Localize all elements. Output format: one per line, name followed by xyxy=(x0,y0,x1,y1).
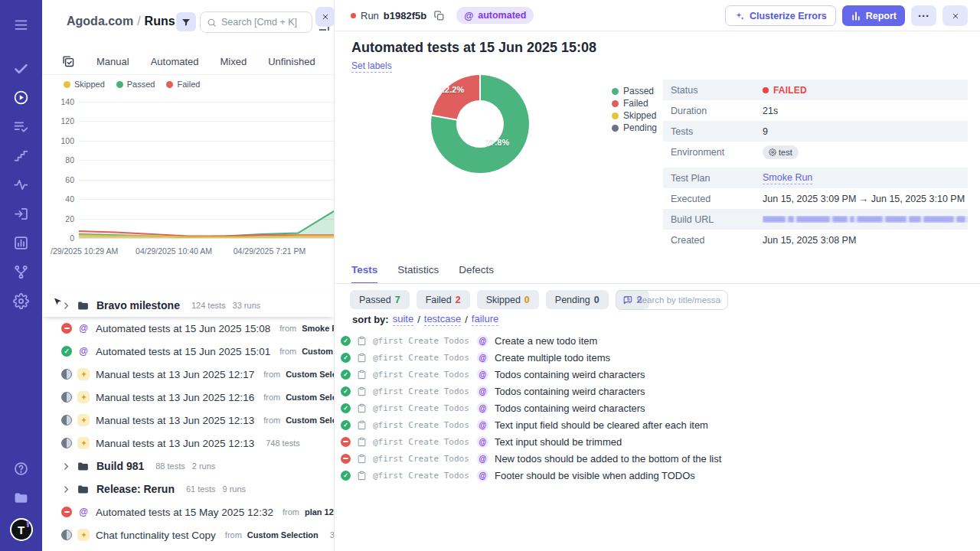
tab-statistics[interactable]: Statistics xyxy=(397,264,439,284)
run-status-partial-icon xyxy=(61,530,72,540)
folder-row[interactable]: Build 98188 tests2 runs xyxy=(42,455,334,478)
test-row[interactable]: ✓@first Create Todos...@Create multiple … xyxy=(341,349,969,366)
automated-at-icon: @ xyxy=(477,453,488,465)
runs-type-tab-manual[interactable]: Manual xyxy=(96,56,129,67)
sidebar-help-icon[interactable] xyxy=(7,454,36,483)
funnel-icon xyxy=(181,17,191,28)
donut-legend-item-skipped: Skipped xyxy=(612,109,657,122)
run-status-failed-icon xyxy=(61,507,72,517)
bar-chart-icon xyxy=(851,11,861,21)
sort-option-suite[interactable]: suite xyxy=(393,313,413,326)
sidebar-runs-play-icon[interactable] xyxy=(7,83,36,112)
more-actions-button[interactable]: ··· xyxy=(911,5,936,26)
run-row[interactable]: Chat functinality test CopyfromCustom Se… xyxy=(42,523,334,546)
clipboard-icon xyxy=(357,353,367,363)
sidebar-menu-icon[interactable] xyxy=(7,10,36,39)
runs-filter-button[interactable] xyxy=(176,12,196,31)
panel-close-button[interactable] xyxy=(315,7,335,27)
filter-failed[interactable]: Failed2 xyxy=(416,290,470,309)
run-row[interactable]: Manual tests at 13 Jun 2025 12:16fromCus… xyxy=(42,386,334,409)
folder-name: Build 981 xyxy=(96,460,144,472)
trend-chart-svg xyxy=(79,102,335,238)
testomat-logo[interactable]: T xyxy=(10,518,33,541)
folder-row[interactable]: Bravo milestone124 tests33 runs xyxy=(42,294,334,317)
manual-run-icon xyxy=(77,529,90,541)
detail-label: Duration xyxy=(663,106,763,116)
sidebar-tests-check-icon[interactable] xyxy=(7,54,36,83)
test-suite-path: @first Create Todos... xyxy=(373,336,471,346)
run-row[interactable]: Manual tests at 13 Jun 2025 12:13748 tes… xyxy=(42,432,334,455)
filter-pending[interactable]: Pending0 xyxy=(546,290,609,309)
test-row[interactable]: ✓@first Create Todos...@Todos containing… xyxy=(341,399,969,416)
test-row[interactable]: ✓@first Create Todos...@Create a new tod… xyxy=(341,332,969,349)
test-title: Text input should be trimmed xyxy=(495,436,622,448)
sidebar-suites-list-icon[interactable] xyxy=(7,112,36,141)
runs-search-input[interactable] xyxy=(221,17,305,28)
tab-tests[interactable]: Tests xyxy=(351,264,377,284)
test-suite-path: @first Create Todos... xyxy=(373,471,471,481)
burst-icon xyxy=(80,439,88,448)
sidebar-settings-gear-icon[interactable] xyxy=(7,286,36,315)
pulse-icon xyxy=(13,177,29,193)
test-row[interactable]: ✓@first Create Todos...@Todos containing… xyxy=(341,366,969,383)
filter-count: 7 xyxy=(395,295,400,305)
runs-type-tab-automated[interactable]: Automated xyxy=(151,56,199,67)
clusterize-errors-button[interactable]: Clusterize Errors xyxy=(725,5,836,26)
sidebar-steps-icon[interactable] xyxy=(7,141,36,170)
runs-type-tab-unfinished[interactable]: Unfinished xyxy=(268,56,315,67)
tab-defects[interactable]: Defects xyxy=(459,264,494,284)
breadcrumb-project[interactable]: Agoda.com xyxy=(67,15,133,28)
close-run-button[interactable] xyxy=(942,5,968,26)
manual-run-icon xyxy=(77,368,90,380)
folder-tests-count: 124 tests xyxy=(191,301,226,310)
copy-icon[interactable] xyxy=(433,10,445,21)
test-row[interactable]: @first Create Todos...@Text input should… xyxy=(341,433,969,450)
test-row[interactable]: ✓@first Create Todos...@Text input field… xyxy=(341,416,969,433)
filter-label: Skipped xyxy=(486,295,521,305)
run-type-badge[interactable]: @automated xyxy=(456,7,534,24)
sidebar-projects-folder-icon[interactable] xyxy=(7,483,36,512)
sort-option-failure[interactable]: failure xyxy=(472,313,498,326)
gear-icon xyxy=(769,148,776,156)
legend-label: Failed xyxy=(177,80,200,89)
donut-passed-label: 77.8% xyxy=(485,138,509,147)
tests-search-input[interactable] xyxy=(636,295,721,305)
settings-gear-icon xyxy=(13,293,29,309)
filter-passed[interactable]: Passed7 xyxy=(350,290,410,309)
runs-type-tab-mixed[interactable]: Mixed xyxy=(220,56,247,67)
sidebar-analytics-icon[interactable] xyxy=(7,228,36,257)
select-all-icon[interactable] xyxy=(62,55,75,68)
clipboard-icon xyxy=(357,403,367,413)
detail-row-test-plan: Test PlanSmoke Run xyxy=(663,168,968,188)
run-row[interactable]: Manual tests at 13 Jun 2025 12:13fromCus… xyxy=(42,409,334,432)
run-row[interactable]: ✓@Automated tests at 15 Jun 2025 15:01fr… xyxy=(42,340,334,363)
results-donut-chart: 22.2% 77.8% xyxy=(431,75,529,173)
folder-row[interactable]: Release: Rerun61 tests9 runs xyxy=(42,478,334,500)
report-button[interactable]: Report xyxy=(842,5,905,26)
test-plan-link[interactable]: Smoke Run xyxy=(763,172,812,184)
from-label: from xyxy=(279,347,296,356)
run-source: Custom Selection xyxy=(247,530,318,540)
runs-type-tabs: ManualAutomatedMixedUnfinishedGroups xyxy=(62,51,335,72)
sort-option-testcase[interactable]: testcase xyxy=(424,313,461,326)
test-row[interactable]: ✓@first Create Todos...@Footer should be… xyxy=(341,467,969,484)
run-row[interactable]: @Automated tests at 15 May 2025 12:32fro… xyxy=(42,500,334,523)
legend-label: Failed xyxy=(623,98,648,109)
test-row[interactable]: @first Create Todos...@New todos should … xyxy=(341,450,969,467)
runs-panel: Agoda.com/Runs ManualAutomatedMixedUnfin… xyxy=(42,0,335,551)
test-row[interactable]: ✓@first Create Todos...@Todos containing… xyxy=(341,383,969,399)
clipboard-icon xyxy=(357,471,367,481)
run-row[interactable]: @Automated tests at 15 Jun 2025 15:08fro… xyxy=(42,317,334,340)
sidebar-branch-icon[interactable] xyxy=(7,257,36,286)
set-labels-link[interactable]: Set labels xyxy=(351,60,392,73)
legend-label: Passed xyxy=(127,80,155,89)
sort-controls: sort by:suite/testcase/failure xyxy=(352,313,498,326)
run-row[interactable]: Manual tests at 13 Jun 2025 12:17fromCus… xyxy=(42,363,334,386)
projects-folder-icon xyxy=(13,490,29,506)
detail-row-status: StatusFAILED xyxy=(663,80,968,100)
filter-skipped[interactable]: Skipped0 xyxy=(477,290,539,309)
sidebar-import-icon[interactable] xyxy=(7,199,36,228)
chevron-right-icon xyxy=(61,484,71,494)
sidebar-pulse-icon[interactable] xyxy=(7,170,36,199)
sidebar-nav xyxy=(7,0,36,315)
